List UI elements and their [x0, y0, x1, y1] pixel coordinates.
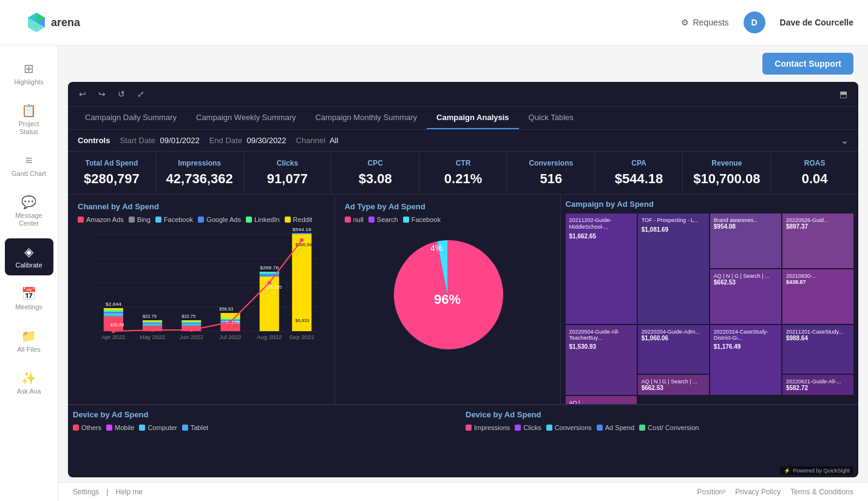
toolbar-export-button[interactable]: ⬒: [836, 87, 851, 101]
treemap-cell-2[interactable]: TOF - Prospecting - L... $1,081.69: [638, 214, 709, 324]
help-link[interactable]: Help me: [115, 488, 143, 496]
contact-support-bar: Contact Support: [58, 45, 868, 82]
sidebar-item-ask-ava[interactable]: ✨ Ask Ava: [5, 365, 53, 402]
svg-text:Apr 2022: Apr 2022: [101, 334, 125, 340]
treemap-cell-13[interactable]: AQ | ... $150...: [566, 396, 637, 404]
metric-label-revenue: Revenue: [693, 159, 761, 167]
svg-point-60: [267, 281, 271, 284]
metric-value-revenue: $10,700.08: [693, 171, 761, 187]
metric-revenue: Revenue $10,700.08: [683, 152, 771, 194]
terms-link[interactable]: Terms & Conditions: [790, 488, 853, 496]
svg-text:$20.89: $20.89: [110, 322, 124, 328]
sidebar-item-highlights[interactable]: ⊞ Highlights: [5, 55, 53, 92]
tab-campaign-monthly[interactable]: Campaign Monthly Summary: [305, 107, 427, 129]
metric-label-roas: ROAS: [781, 159, 849, 167]
treemap-cell-9[interactable]: 20220324-CaseStudy-District-Gi... $1,176…: [710, 325, 781, 395]
treemap-cell-12[interactable]: 20220621-Guide-All-... $582.72: [782, 375, 853, 395]
svg-rect-12: [104, 312, 123, 314]
metric-roas: ROAS 0.04: [771, 152, 858, 194]
treemap-cell-3[interactable]: Brand awarenes... $954.08: [710, 214, 781, 268]
sidebar-item-calibrate[interactable]: ◈ Calibrate: [5, 238, 53, 275]
legend-linkedin: LinkedIn: [246, 216, 280, 223]
metric-label-ctr: CTR: [429, 159, 497, 167]
metric-label-cpc: CPC: [341, 159, 409, 167]
svg-rect-29: [181, 323, 201, 324]
contact-support-button[interactable]: Contact Support: [762, 53, 853, 75]
svg-rect-21: [143, 323, 162, 324]
svg-rect-51: [292, 233, 311, 234]
treemap: 20211202-Guide-MiddleSchool-... $1,662.6…: [566, 214, 853, 383]
position-link[interactable]: Position²: [697, 488, 726, 496]
treemap-cell-10[interactable]: 20211201-CaseStudy... $988.64: [782, 325, 853, 374]
content-area: Contact Support ↩ ↪ ↺ ⤢ ⬒ Campaign Daily…: [58, 45, 868, 501]
controls-start-date: Start Date 09/01/2022: [120, 136, 199, 145]
project-status-icon: 📋: [21, 103, 36, 118]
legend-dot-conversions: [546, 425, 552, 431]
settings-link[interactable]: Settings: [73, 488, 99, 496]
tab-campaign-daily[interactable]: Campaign Daily Summary: [75, 107, 186, 129]
treemap-cell-1[interactable]: 20211202-Guide-MiddleSchool-... $1,662.6…: [566, 214, 637, 324]
sidebar-item-label-ask-ava: Ask Ava: [17, 388, 41, 395]
treemap-cell-5[interactable]: AQ | N | G | Search | ... $662.53: [710, 269, 781, 324]
treemap-cell-7[interactable]: 20220504-Guide-All-TeacherBuy... $1,530.…: [566, 325, 637, 395]
sidebar-item-message-center[interactable]: 💬 Message Center: [5, 189, 53, 234]
sidebar-item-gantt-chart[interactable]: ≡ Gantt Chart: [5, 147, 53, 184]
footer-right: Position² Privacy Policy Terms & Conditi…: [697, 488, 853, 496]
svg-text:May 2022: May 2022: [140, 334, 165, 340]
logo-area: arena: [15, 10, 80, 35]
toolbar-expand-button[interactable]: ⤢: [134, 87, 148, 101]
device-chart-2-title: Device by Ad Spend: [466, 410, 853, 419]
user-name: Dave de Courcelle: [780, 18, 853, 27]
treemap-cell-8[interactable]: 20220204-Guide-Adm... $1,060.06: [638, 325, 709, 374]
topbar: arena ⚙ Requests D Dave de Courcelle: [0, 0, 868, 45]
svg-text:4%: 4%: [430, 243, 442, 253]
legend-dot-reddit: [285, 217, 291, 223]
svg-rect-27: [181, 325, 201, 326]
tab-quick-tables[interactable]: Quick Tables: [519, 107, 583, 129]
svg-rect-30: [181, 321, 201, 323]
ad-type-pie-chart: 96% 4%: [387, 234, 508, 355]
sidebar-item-all-files[interactable]: 📁 All Files: [5, 323, 53, 360]
controls-expand-icon[interactable]: ⌄: [841, 135, 849, 146]
tab-campaign-analysis[interactable]: Campaign Analysis: [427, 107, 518, 129]
metric-cpc: CPC $3.08: [331, 152, 419, 194]
svg-rect-10: [104, 315, 123, 317]
toolbar-undo-button[interactable]: ↩: [75, 87, 90, 101]
svg-text:$544.18: $544.18: [293, 227, 311, 232]
sidebar-item-project-status[interactable]: 📋 Project Status: [5, 97, 53, 142]
legend-dot-others: [73, 425, 79, 431]
legend-dot-ad-spend: [597, 425, 603, 431]
svg-text:Jun 2022: Jun 2022: [179, 334, 203, 340]
tab-campaign-weekly[interactable]: Campaign Weekly Summary: [186, 107, 305, 129]
charts-row-top: Channel by Ad Spend Amazon Ads Bing: [68, 195, 858, 405]
toolbar-back-button[interactable]: ↪: [95, 87, 109, 101]
device-chart-1-legend: Others Mobile Computer: [73, 424, 461, 431]
campaign-chart-title: Campaign by Ad Spend: [566, 200, 853, 209]
legend-bing: Bing: [129, 216, 151, 223]
toolbar-forward-button[interactable]: ↺: [114, 87, 129, 101]
controls-end-date: End Date 09/30/2022: [209, 136, 287, 145]
legend-dot-amazon: [78, 217, 84, 223]
dashboard-toolbar: ↩ ↪ ↺ ⤢ ⬒: [68, 82, 858, 107]
dashboard-container: ↩ ↪ ↺ ⤢ ⬒ Campaign Daily Summary Campaig…: [68, 82, 858, 477]
legend-reddit: Reddit: [285, 216, 313, 223]
legend-others: Others: [73, 424, 101, 431]
legend-facebook-type: Facebook: [403, 216, 441, 223]
user-avatar[interactable]: D: [744, 12, 765, 33]
treemap-cell-11[interactable]: AQ | N | G | Search | ... $662.53: [638, 375, 709, 395]
sidebar-item-label-project-status: Project Status: [10, 120, 49, 136]
metric-impressions: Impressions 42,736,362: [156, 152, 244, 194]
charts-area: Channel by Ad Spend Amazon Ads Bing: [68, 195, 858, 477]
legend-clicks-device: Clicks: [515, 424, 541, 431]
metric-label-impressions: Impressions: [166, 159, 234, 167]
privacy-policy-link[interactable]: Privacy Policy: [735, 488, 781, 496]
metric-value-ctr: 0.21%: [429, 171, 497, 187]
message-center-icon: 💬: [21, 195, 36, 209]
requests-button[interactable]: ⚙ Requests: [681, 18, 728, 27]
treemap-cell-4[interactable]: 20220526-Guid... $897.37: [782, 214, 853, 268]
legend-dot-mobile: [106, 425, 112, 431]
channel-chart-title: Channel by Ad Spend: [78, 202, 325, 211]
treemap-cell-6[interactable]: 20210830-... $438.87: [782, 269, 853, 324]
metric-value-cpc: $3.08: [341, 171, 409, 187]
sidebar-item-meetings[interactable]: 📅 Meetings: [5, 280, 53, 317]
